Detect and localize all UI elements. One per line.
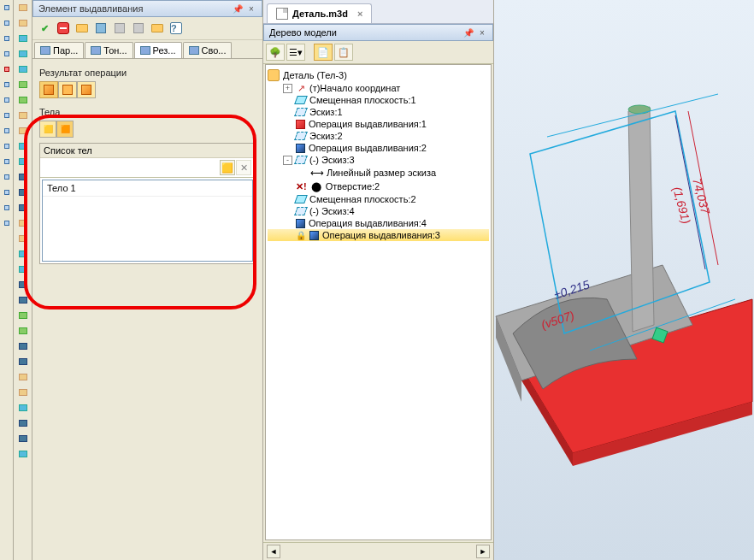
tree-item[interactable]: -(-) Эскиз:3 <box>268 154 489 166</box>
tool-icon[interactable] <box>17 171 29 183</box>
apply-button[interactable]: ✔ <box>36 20 53 37</box>
tool-icon[interactable] <box>1 94 13 106</box>
tool-icon[interactable] <box>17 186 29 198</box>
tool-icon[interactable] <box>17 48 29 60</box>
tool-icon[interactable] <box>1 125 13 137</box>
body-option-1[interactable]: 🟨 <box>39 121 56 138</box>
tab-result[interactable]: Рез... <box>134 42 182 58</box>
tool-icon[interactable] <box>17 433 29 445</box>
close-icon[interactable]: × <box>477 27 487 38</box>
tree-item[interactable]: +(т)Начало координат <box>268 82 489 94</box>
expander-icon[interactable]: + <box>283 84 292 93</box>
3d-viewport[interactable]: ±0,215 (v507) 74,037 (1,691) <box>494 0 754 560</box>
tree-item[interactable]: (-) Эскиз:4 <box>268 205 489 217</box>
model-tree[interactable]: Деталь (Тел-3) +(т)Начало координатСмеще… <box>265 64 492 540</box>
tool-icon[interactable] <box>1 109 13 121</box>
tool-icon[interactable] <box>1 17 13 29</box>
tool-icon[interactable] <box>17 32 29 44</box>
help-button[interactable]: ? <box>168 20 185 37</box>
tool-icon[interactable] <box>1 217 13 229</box>
tool-icon[interactable] <box>1 2 13 14</box>
tool-icon[interactable] <box>17 94 29 106</box>
plane-icon <box>294 96 308 104</box>
tab-properties[interactable]: Сво... <box>183 42 233 58</box>
tool-icon[interactable] <box>1 63 13 75</box>
tool-icon[interactable] <box>1 32 13 44</box>
close-tab-icon[interactable]: × <box>357 9 362 19</box>
scroll-right-icon[interactable]: ► <box>476 545 490 558</box>
tree-item[interactable]: Смещенная плоскость:2 <box>268 193 489 205</box>
tool-icon[interactable] <box>17 448 29 460</box>
tree-item[interactable]: Операция выдавливания:2 <box>268 142 489 154</box>
close-icon[interactable]: × <box>246 3 256 14</box>
tool-icon[interactable] <box>17 309 29 321</box>
tool-icon[interactable] <box>17 233 29 245</box>
tool-icon[interactable] <box>17 217 29 229</box>
tool-icon[interactable] <box>17 63 29 75</box>
tool-icon[interactable] <box>17 386 29 398</box>
tree-item[interactable]: ⟷Линейный размер эскиза <box>268 166 489 180</box>
result-option-2[interactable] <box>58 81 77 98</box>
tree-title: Дерево модели <box>269 27 337 38</box>
tool-icon[interactable] <box>17 140 29 152</box>
tool-button[interactable] <box>149 20 166 37</box>
tool-icon[interactable] <box>17 356 29 368</box>
tree-item[interactable]: ✕!⬤Отверстие:2 <box>268 180 489 193</box>
tool-icon[interactable] <box>17 340 29 352</box>
tool-icon[interactable] <box>17 279 29 291</box>
tool-icon[interactable] <box>17 325 29 337</box>
expander-icon[interactable]: - <box>283 156 292 165</box>
scroll-left-icon[interactable]: ◄ <box>267 545 280 558</box>
tool-icon[interactable] <box>1 48 13 60</box>
tool-icon[interactable] <box>17 417 29 429</box>
tree-tool-button[interactable]: ☰▾ <box>286 44 305 61</box>
tool-icon[interactable] <box>17 17 29 29</box>
tree-item-label: (-) Эскиз:3 <box>309 155 355 165</box>
tool-button[interactable] <box>130 20 147 37</box>
tree-tool-button[interactable]: 📄 <box>314 44 333 61</box>
result-option-1[interactable] <box>39 81 58 98</box>
tree-root[interactable]: Деталь (Тел-3) <box>268 68 489 82</box>
tree-item[interactable]: Эскиз:1 <box>268 106 489 118</box>
tool-icon[interactable] <box>17 263 29 275</box>
pin-icon[interactable]: 📌 <box>463 27 474 38</box>
tab-thin[interactable]: Тон... <box>85 42 133 58</box>
tool-icon[interactable] <box>1 171 13 183</box>
tree-item[interactable]: Эскиз:2 <box>268 130 489 142</box>
tool-icon[interactable] <box>17 156 29 168</box>
tree-tool-button[interactable]: 📋 <box>334 44 353 61</box>
tree-item[interactable]: Смещенная плоскость:1 <box>268 94 489 106</box>
body-option-2[interactable]: 🟧 <box>56 121 74 138</box>
tab-parameters[interactable]: Пар... <box>34 42 84 58</box>
tool-button[interactable] <box>92 20 109 37</box>
tool-icon[interactable] <box>1 202 13 214</box>
pin-icon[interactable]: 📌 <box>233 3 243 14</box>
tool-icon[interactable] <box>17 2 29 14</box>
tool-icon[interactable] <box>1 186 13 198</box>
list-add-button[interactable]: 🟨 <box>220 160 235 175</box>
tool-icon[interactable] <box>17 248 29 260</box>
tool-icon[interactable] <box>17 294 29 306</box>
tool-icon[interactable] <box>1 79 13 91</box>
tree-item[interactable]: 🔒Операция выдавливания:3 <box>268 229 489 241</box>
tree-item-label: Операция выдавливания:4 <box>309 218 427 228</box>
tool-icon[interactable] <box>17 402 29 414</box>
document-tab[interactable]: Деталь.m3d × <box>267 3 372 23</box>
tool-button[interactable] <box>74 20 91 37</box>
tool-icon[interactable] <box>17 202 29 214</box>
result-option-3[interactable] <box>77 81 96 98</box>
tool-icon[interactable] <box>17 125 29 137</box>
bodies-list[interactable]: Тело 1 <box>42 180 253 262</box>
tree-item[interactable]: Операция выдавливания:4 <box>268 217 489 229</box>
tool-icon[interactable] <box>17 79 29 91</box>
stop-button[interactable] <box>55 20 72 37</box>
tool-icon[interactable] <box>1 140 13 152</box>
list-item[interactable]: Тело 1 <box>43 180 252 197</box>
tree-item[interactable]: Операция выдавливания:1 <box>268 118 489 130</box>
list-remove-button: ✕ <box>236 160 251 175</box>
tool-icon[interactable] <box>1 156 13 168</box>
tool-button[interactable] <box>111 20 128 37</box>
tree-tool-button[interactable]: 🌳 <box>266 44 285 61</box>
tool-icon[interactable] <box>17 371 29 383</box>
tool-icon[interactable] <box>17 109 29 121</box>
